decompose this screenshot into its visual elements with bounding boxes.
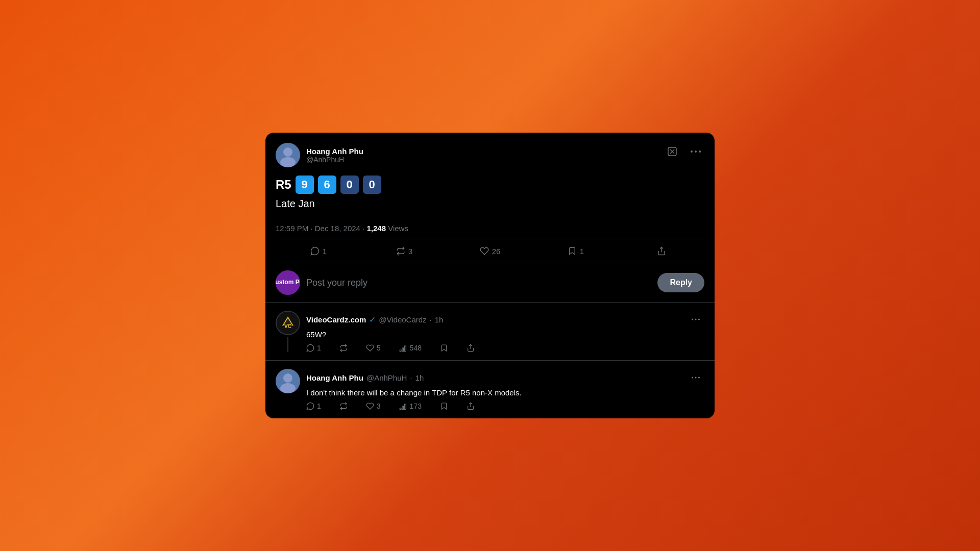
reply-header-vc: VideoCardz.com ✓ @VideoCardz · 1h [306,311,704,328]
svg-point-17 [695,318,696,320]
hap-reply-text: I don't think there will be a change in … [306,388,704,397]
hap-reply-stats: 1 3 [306,402,704,410]
svg-point-26 [692,377,693,378]
svg-point-24 [283,373,292,383]
reply-body-hap: Hoang Anh Phu @AnhPhuH · 1h I don't thin… [306,369,704,410]
vc-like-num: 5 [377,344,381,352]
reply-left-hap [276,369,300,410]
hap-views[interactable]: 173 [399,402,422,410]
hap-retweet[interactable] [339,402,348,410]
reply-box: custom PC Post your reply Reply [265,263,715,303]
hap-author-name: Hoang Anh Phu [306,373,363,382]
reply-stat[interactable]: 1 [276,241,361,261]
vc-reply-count[interactable]: 1 [306,344,321,352]
svg-point-2 [280,157,296,167]
vc-reply-num: 1 [317,344,321,352]
digit-9: 9 [296,176,314,194]
reply-item-hap: Hoang Anh Phu @AnhPhuH · 1h I don't thin… [265,361,715,418]
vc-handle: @VideoCardz [379,315,426,324]
svg-rect-21 [404,346,406,352]
vc-share[interactable] [467,344,475,352]
videocardz-avatar: VC [276,311,300,335]
svg-point-7 [695,151,697,153]
vc-author-name: VideoCardz.com [306,315,366,324]
svg-rect-20 [402,348,404,352]
svg-rect-30 [402,406,404,410]
bookmark-count: 1 [580,247,584,256]
thread-line [287,337,288,352]
verified-badge-vc: ✓ [369,315,376,324]
author-name: Hoang Anh Phu [306,147,363,156]
vc-reply-stats: 1 5 [306,344,704,352]
author-info: Hoang Anh Phu @AnhPhuH [306,147,363,164]
vc-dot: · [430,315,432,324]
svg-text:VC: VC [284,323,291,329]
tweet-card: Hoang Anh Phu @AnhPhuH [265,133,715,418]
digit-6: 6 [318,176,336,194]
reply-user-avatar: custom PC [276,270,300,295]
retweet-stat[interactable]: 3 [361,241,447,261]
replies-thread: VC VideoCardz.com ✓ @VideoCardz · 1h [265,303,715,361]
reply-item-videocardz: VC VideoCardz.com ✓ @VideoCardz · 1h [276,311,704,360]
svg-text:custom PC: custom PC [276,279,300,286]
like-count: 26 [492,247,501,256]
reply-author-info-vc: VideoCardz.com ✓ @VideoCardz · 1h [306,315,443,324]
tweet-header: Hoang Anh Phu @AnhPhuH [276,143,704,167]
svg-point-6 [691,151,693,153]
svg-point-1 [283,147,292,157]
tweet-text: Late Jan [276,198,704,210]
r5-label: R5 [276,178,291,192]
reply-left-vc: VC [276,311,300,352]
hap-bookmark[interactable] [440,402,448,410]
vc-like[interactable]: 5 [366,344,381,352]
bookmark-stat[interactable]: 1 [533,241,619,261]
hap-reply-count[interactable]: 1 [306,402,321,410]
author-avatar [276,143,300,167]
reply-body-vc: VideoCardz.com ✓ @VideoCardz · 1h [306,311,704,352]
digit-0a: 0 [340,176,359,194]
hap-handle: @AnhPhuH [366,373,407,382]
tweet-actions-top [664,143,704,160]
hap-reply-num: 1 [317,402,321,410]
hap-views-num: 173 [410,402,422,410]
hap-avatar [276,369,300,393]
vc-time: 1h [435,315,444,324]
tweet-author: Hoang Anh Phu @AnhPhuH [276,143,363,167]
svg-point-25 [280,383,296,393]
r5-line: R5 9 6 0 0 [276,176,704,194]
svg-point-28 [698,377,700,378]
timestamp: 12:59 PM · Dec 18, 2024 [276,224,360,233]
tweet-content: R5 9 6 0 0 Late Jan [276,176,704,210]
vc-more-btn[interactable] [687,311,704,328]
compose-icon-btn[interactable] [664,143,681,160]
svg-point-16 [692,318,693,320]
views-word: Views [388,224,408,233]
reply-author-info-hap: Hoang Anh Phu @AnhPhuH · 1h [306,373,424,382]
like-stat[interactable]: 26 [447,241,533,261]
reply-input-placeholder[interactable]: Post your reply [306,278,651,288]
svg-rect-19 [400,350,401,352]
digit-0b: 0 [363,176,381,194]
vc-views[interactable]: 548 [399,344,422,352]
vc-reply-text: 65W? [306,330,704,339]
vc-views-num: 548 [410,344,422,352]
vc-retweet[interactable] [339,344,348,352]
main-tweet: Hoang Anh Phu @AnhPhuH [265,133,715,263]
stats-row: 1 3 26 1 [276,239,704,263]
hap-like[interactable]: 3 [366,402,381,410]
svg-rect-31 [404,404,406,410]
tweet-meta: 12:59 PM · Dec 18, 2024 · 1,248 Views [276,218,704,239]
reply-count: 1 [323,247,327,256]
svg-rect-29 [400,408,401,410]
reply-inner-hap: Hoang Anh Phu @AnhPhuH · 1h I don't thin… [276,369,704,410]
share-stat[interactable] [619,241,704,261]
hap-share[interactable] [467,402,475,410]
reply-header-hap: Hoang Anh Phu @AnhPhuH · 1h [306,369,704,386]
more-icon-btn[interactable] [687,143,704,160]
hap-more-btn[interactable] [687,369,704,386]
vc-bookmark[interactable] [440,344,448,352]
svg-point-27 [695,377,696,378]
hap-dot: · [410,373,412,382]
views-count: 1,248 [366,224,386,233]
reply-button[interactable]: Reply [657,273,704,292]
